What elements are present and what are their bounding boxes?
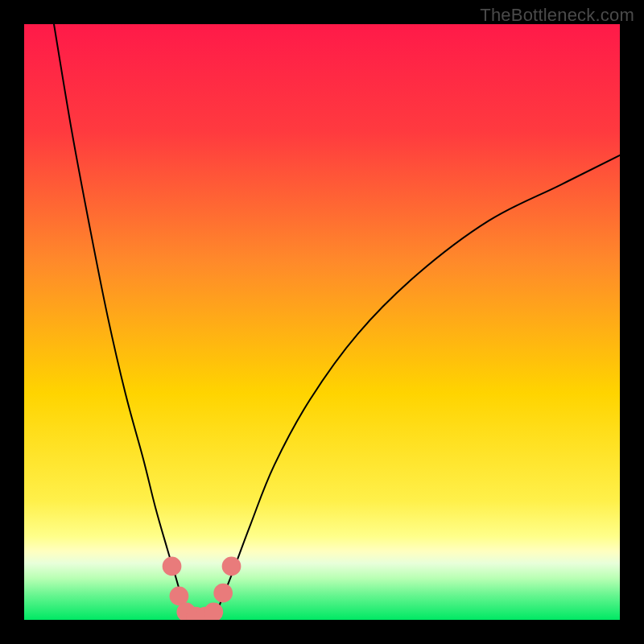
marker-dot — [213, 584, 233, 603]
chart-frame: TheBottleneck.com — [0, 0, 644, 644]
gradient-background — [24, 24, 620, 620]
marker-dot — [163, 557, 182, 576]
marker-dot — [222, 557, 242, 576]
watermark-text: TheBottleneck.com — [480, 5, 634, 26]
chart-svg — [24, 24, 620, 620]
plot-area — [24, 24, 620, 620]
